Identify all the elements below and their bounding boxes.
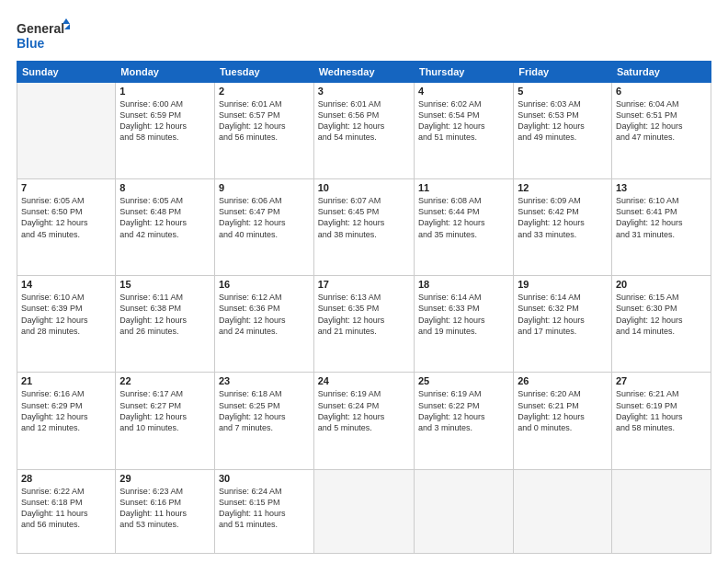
svg-text:Blue: Blue <box>17 36 45 51</box>
calendar-cell <box>611 469 711 553</box>
calendar-cell: 11Sunrise: 6:08 AMSunset: 6:44 PMDayligh… <box>414 179 513 276</box>
calendar-cell: 17Sunrise: 6:13 AMSunset: 6:35 PMDayligh… <box>313 276 414 373</box>
calendar-cell: 12Sunrise: 6:09 AMSunset: 6:42 PMDayligh… <box>514 179 612 276</box>
day-number: 9 <box>219 182 310 193</box>
calendar-cell: 15Sunrise: 6:11 AMSunset: 6:38 PMDayligh… <box>116 276 215 373</box>
day-number: 26 <box>518 375 608 386</box>
calendar-cell: 8Sunrise: 6:05 AMSunset: 6:48 PMDaylight… <box>116 179 215 276</box>
day-info: Sunrise: 6:24 AMSunset: 6:15 PMDaylight:… <box>219 486 310 531</box>
day-info: Sunrise: 6:17 AMSunset: 6:27 PMDaylight:… <box>119 388 210 433</box>
day-number: 30 <box>219 473 310 484</box>
calendar-cell: 4Sunrise: 6:02 AMSunset: 6:54 PMDaylight… <box>414 83 513 179</box>
calendar-cell: 3Sunrise: 6:01 AMSunset: 6:56 PMDaylight… <box>313 83 414 179</box>
weekday-header-monday: Monday <box>116 62 215 83</box>
day-info: Sunrise: 6:23 AMSunset: 6:16 PMDaylight:… <box>119 486 210 531</box>
svg-text:General: General <box>17 21 64 36</box>
day-number: 5 <box>518 86 608 97</box>
calendar-cell: 30Sunrise: 6:24 AMSunset: 6:15 PMDayligh… <box>214 469 313 553</box>
day-info: Sunrise: 6:21 AMSunset: 6:19 PMDaylight:… <box>616 388 707 433</box>
weekday-header-friday: Friday <box>514 62 612 83</box>
calendar-cell: 28Sunrise: 6:22 AMSunset: 6:18 PMDayligh… <box>17 469 116 553</box>
day-number: 8 <box>119 182 210 193</box>
calendar-cell: 18Sunrise: 6:14 AMSunset: 6:33 PMDayligh… <box>414 276 513 373</box>
calendar-cell: 27Sunrise: 6:21 AMSunset: 6:19 PMDayligh… <box>611 373 711 469</box>
calendar-page: GeneralBlue SundayMondayTuesdayWednesday… <box>0 0 728 563</box>
day-number: 17 <box>318 279 410 290</box>
calendar-cell: 7Sunrise: 6:05 AMSunset: 6:50 PMDaylight… <box>17 179 116 276</box>
day-info: Sunrise: 6:19 AMSunset: 6:22 PMDaylight:… <box>418 388 509 433</box>
day-number: 4 <box>418 86 509 97</box>
day-number: 25 <box>418 375 509 386</box>
day-number: 2 <box>219 86 310 97</box>
day-number: 27 <box>616 375 707 386</box>
weekday-header-sunday: Sunday <box>17 62 116 83</box>
day-number: 28 <box>21 473 111 484</box>
day-number: 29 <box>119 473 210 484</box>
day-info: Sunrise: 6:05 AMSunset: 6:48 PMDaylight:… <box>119 195 210 240</box>
day-number: 11 <box>418 182 509 193</box>
calendar-cell: 1Sunrise: 6:00 AMSunset: 6:59 PMDaylight… <box>116 83 215 179</box>
calendar-cell: 6Sunrise: 6:04 AMSunset: 6:51 PMDaylight… <box>611 83 711 179</box>
day-info: Sunrise: 6:14 AMSunset: 6:32 PMDaylight:… <box>518 292 608 337</box>
day-number: 10 <box>318 182 410 193</box>
day-number: 21 <box>21 375 111 386</box>
day-info: Sunrise: 6:18 AMSunset: 6:25 PMDaylight:… <box>219 388 310 433</box>
calendar-cell: 9Sunrise: 6:06 AMSunset: 6:47 PMDaylight… <box>214 179 313 276</box>
day-info: Sunrise: 6:08 AMSunset: 6:44 PMDaylight:… <box>418 195 509 240</box>
calendar-cell: 25Sunrise: 6:19 AMSunset: 6:22 PMDayligh… <box>414 373 513 469</box>
week-row-5: 28Sunrise: 6:22 AMSunset: 6:18 PMDayligh… <box>17 469 711 553</box>
day-info: Sunrise: 6:09 AMSunset: 6:42 PMDaylight:… <box>518 195 608 240</box>
calendar-cell <box>414 469 513 553</box>
logo-svg: GeneralBlue <box>17 17 72 53</box>
calendar-cell <box>313 469 414 553</box>
day-number: 3 <box>318 86 410 97</box>
calendar-cell <box>514 469 612 553</box>
calendar-cell: 14Sunrise: 6:10 AMSunset: 6:39 PMDayligh… <box>17 276 116 373</box>
calendar-cell: 20Sunrise: 6:15 AMSunset: 6:30 PMDayligh… <box>611 276 711 373</box>
day-number: 12 <box>518 182 608 193</box>
day-number: 1 <box>119 86 210 97</box>
day-info: Sunrise: 6:10 AMSunset: 6:39 PMDaylight:… <box>21 292 111 337</box>
week-row-2: 7Sunrise: 6:05 AMSunset: 6:50 PMDaylight… <box>17 179 711 276</box>
svg-marker-3 <box>64 24 70 29</box>
day-info: Sunrise: 6:16 AMSunset: 6:29 PMDaylight:… <box>21 388 111 433</box>
day-number: 18 <box>418 279 509 290</box>
day-number: 15 <box>119 279 210 290</box>
weekday-header-row: SundayMondayTuesdayWednesdayThursdayFrid… <box>17 62 711 83</box>
day-number: 24 <box>318 375 410 386</box>
day-number: 16 <box>219 279 310 290</box>
day-info: Sunrise: 6:05 AMSunset: 6:50 PMDaylight:… <box>21 195 111 240</box>
day-info: Sunrise: 6:19 AMSunset: 6:24 PMDaylight:… <box>318 388 410 433</box>
header: GeneralBlue <box>17 17 711 53</box>
day-number: 23 <box>219 375 310 386</box>
weekday-header-saturday: Saturday <box>611 62 711 83</box>
calendar-table: SundayMondayTuesdayWednesdayThursdayFrid… <box>17 61 711 554</box>
day-info: Sunrise: 6:03 AMSunset: 6:53 PMDaylight:… <box>518 98 608 144</box>
calendar-cell: 29Sunrise: 6:23 AMSunset: 6:16 PMDayligh… <box>116 469 215 553</box>
day-info: Sunrise: 6:10 AMSunset: 6:41 PMDaylight:… <box>616 195 707 240</box>
weekday-header-wednesday: Wednesday <box>313 62 414 83</box>
day-info: Sunrise: 6:22 AMSunset: 6:18 PMDaylight:… <box>21 486 111 531</box>
day-info: Sunrise: 6:14 AMSunset: 6:33 PMDaylight:… <box>418 292 509 337</box>
weekday-header-thursday: Thursday <box>414 62 513 83</box>
day-info: Sunrise: 6:06 AMSunset: 6:47 PMDaylight:… <box>219 195 310 240</box>
calendar-cell: 19Sunrise: 6:14 AMSunset: 6:32 PMDayligh… <box>514 276 612 373</box>
calendar-cell: 2Sunrise: 6:01 AMSunset: 6:57 PMDaylight… <box>214 83 313 179</box>
day-number: 13 <box>616 182 707 193</box>
week-row-4: 21Sunrise: 6:16 AMSunset: 6:29 PMDayligh… <box>17 373 711 469</box>
calendar-cell: 10Sunrise: 6:07 AMSunset: 6:45 PMDayligh… <box>313 179 414 276</box>
day-number: 7 <box>21 182 111 193</box>
calendar-cell: 5Sunrise: 6:03 AMSunset: 6:53 PMDaylight… <box>514 83 612 179</box>
day-info: Sunrise: 6:15 AMSunset: 6:30 PMDaylight:… <box>616 292 707 337</box>
logo: GeneralBlue <box>17 17 72 53</box>
day-info: Sunrise: 6:11 AMSunset: 6:38 PMDaylight:… <box>119 292 210 337</box>
calendar-cell: 24Sunrise: 6:19 AMSunset: 6:24 PMDayligh… <box>313 373 414 469</box>
day-info: Sunrise: 6:04 AMSunset: 6:51 PMDaylight:… <box>616 98 707 144</box>
week-row-1: 1Sunrise: 6:00 AMSunset: 6:59 PMDaylight… <box>17 83 711 179</box>
day-info: Sunrise: 6:07 AMSunset: 6:45 PMDaylight:… <box>318 195 410 240</box>
day-info: Sunrise: 6:01 AMSunset: 6:57 PMDaylight:… <box>219 98 310 144</box>
day-info: Sunrise: 6:13 AMSunset: 6:35 PMDaylight:… <box>318 292 410 337</box>
calendar-cell: 21Sunrise: 6:16 AMSunset: 6:29 PMDayligh… <box>17 373 116 469</box>
calendar-cell <box>17 83 116 179</box>
day-number: 22 <box>119 375 210 386</box>
